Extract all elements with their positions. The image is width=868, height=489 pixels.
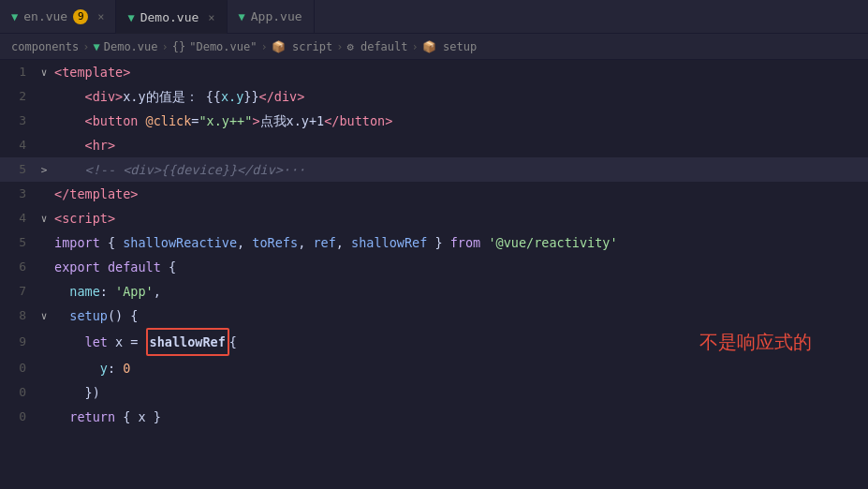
tab-label: en.vue — [23, 9, 67, 23]
code-line-4: 4 <hr> — [0, 133, 868, 157]
line-content: let x = shallowRef{ — [51, 328, 868, 356]
line-content: <template> — [51, 60, 868, 84]
code-line-2: 2 <div>x.y的值是： {{x.y}}</div> — [0, 84, 868, 109]
code-line-let-x: 9 let x = shallowRef{ 不是响应式的 — [0, 328, 868, 356]
code-line-1: 1 ∨ <template> — [0, 60, 868, 84]
line-number: 0 — [0, 356, 37, 380]
code-line-script: 4 ∨ <script> — [0, 206, 868, 230]
breadcrumb-sep: › — [162, 40, 169, 53]
breadcrumb-sep: › — [82, 40, 89, 53]
code-line-setup: 8 ∨ setup() { — [0, 304, 868, 328]
tab-en-vue[interactable]: ▼ en.vue 9 × — [0, 0, 116, 34]
tab-label: Demo.vue — [140, 10, 199, 24]
tab-app-vue[interactable]: ▼ App.vue — [228, 0, 315, 34]
line-number: 4 — [0, 133, 37, 157]
line-number: 9 — [0, 330, 37, 354]
line-content: import { shallowReactive, toRefs, ref, s… — [51, 230, 868, 255]
line-content: <hr> — [51, 133, 868, 157]
editor[interactable]: 1 ∨ <template> 2 <div>x.y的值是： {{x.y}}</d… — [0, 60, 868, 489]
vue-icon: ▼ — [239, 10, 245, 23]
line-number: 2 — [0, 84, 37, 109]
code-line-import: 5 import { shallowReactive, toRefs, ref,… — [0, 230, 868, 255]
fold-arrow[interactable]: ∨ — [37, 213, 51, 225]
line-number: 1 — [0, 60, 37, 84]
line-number: 3 — [0, 109, 37, 133]
line-content: y: 0 — [51, 356, 868, 380]
breadcrumb-item: 📦 setup — [422, 40, 477, 53]
breadcrumb-item: Demo.vue — [104, 40, 158, 53]
line-content: <div>x.y的值是： {{x.y}}</div> — [51, 84, 868, 109]
tab-bar: ▼ en.vue 9 × ▼ Demo.vue × ▼ App.vue — [0, 0, 868, 34]
breadcrumb-sep: › — [260, 40, 267, 53]
line-content: return { x } — [51, 405, 868, 429]
line-number: 0 — [0, 380, 37, 405]
tab-badge: 9 — [73, 9, 88, 24]
line-content: name: 'App', — [51, 279, 868, 304]
line-content: export default { — [51, 255, 868, 279]
breadcrumb-item: 📦 script — [272, 40, 333, 53]
close-icon[interactable]: × — [208, 11, 214, 24]
breadcrumb-item: {} — [172, 40, 185, 53]
fold-arrow[interactable]: > — [37, 164, 51, 176]
vue-icon: ▼ — [127, 11, 134, 24]
line-number: 7 — [0, 279, 37, 304]
code-line-end-template: 3 </template> — [0, 182, 868, 206]
line-content: }) — [51, 380, 868, 405]
breadcrumb-sep: › — [412, 40, 419, 53]
tab-label: App.vue — [251, 9, 302, 23]
tab-demo-vue[interactable]: ▼ Demo.vue × — [116, 0, 227, 34]
code-line-3: 3 <button @click="x.y++">点我x.y+1</button… — [0, 109, 868, 133]
line-number: 3 — [0, 182, 37, 206]
line-number: 0 — [0, 405, 37, 429]
code-line-export: 6 export default { — [0, 255, 868, 279]
line-number: 5 — [0, 230, 37, 255]
fold-arrow[interactable]: ∨ — [37, 310, 51, 322]
line-content: <!-- <div>{{device}}</div>··· — [51, 157, 868, 182]
breadcrumb: components › ▼ Demo.vue › {} "Demo.vue" … — [0, 34, 868, 60]
line-number: 6 — [0, 255, 37, 279]
breadcrumb-vue-icon: ▼ — [93, 40, 99, 53]
shallow-ref-highlight: shallowRef — [146, 328, 229, 356]
fold-arrow[interactable]: ∨ — [37, 67, 51, 79]
breadcrumb-item: "Demo.vue" — [189, 40, 257, 53]
line-number: 8 — [0, 304, 37, 328]
line-content: <script> — [51, 206, 868, 230]
code-line-name: 7 name: 'App', — [0, 279, 868, 304]
line-number: 4 — [0, 206, 37, 230]
breadcrumb-item: ⚙ default — [347, 40, 408, 53]
breadcrumb-item: components — [11, 40, 79, 53]
line-content: <button @click="x.y++">点我x.y+1</button> — [51, 109, 868, 133]
code-line-y: 0 y: 0 — [0, 356, 868, 380]
line-content: setup() { — [51, 304, 868, 328]
code-line-return: 0 return { x } — [0, 405, 868, 429]
line-number: 5 — [0, 157, 37, 182]
code-line-close-obj: 0 }) — [0, 380, 868, 405]
close-icon[interactable]: × — [97, 10, 104, 23]
vue-icon: ▼ — [11, 10, 18, 23]
editor-wrapper: 1 ∨ <template> 2 <div>x.y的值是： {{x.y}}</d… — [0, 60, 868, 489]
line-content: </template> — [51, 182, 868, 206]
breadcrumb-sep: › — [336, 40, 343, 53]
code-line-5: 5 > <!-- <div>{{device}}</div>··· — [0, 157, 868, 182]
